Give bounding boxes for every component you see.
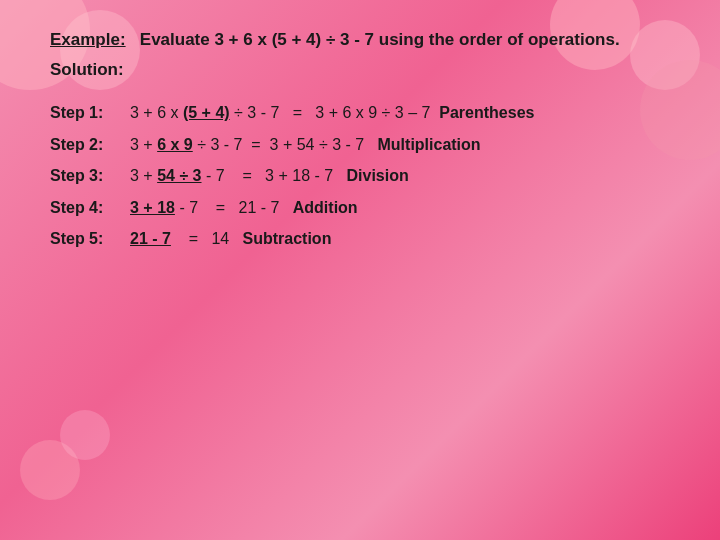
step-row-1: Step 1: 3 + 6 x (5 + 4) ÷ 3 - 7 = 3 + 6 … (50, 100, 690, 126)
step-4-content: 3 + 18 - 7 = 21 - 7 Addition (130, 195, 358, 221)
main-content: Example: Evaluate 3 + 6 x (5 + 4) ÷ 3 - … (50, 30, 690, 510)
step-5-highlight: 21 - 7 (130, 230, 171, 247)
step-row-4: Step 4: 3 + 18 - 7 = 21 - 7 Addition (50, 195, 690, 221)
solution-line: Solution: (50, 60, 690, 80)
step-row-2: Step 2: 3 + 6 x 9 ÷ 3 - 7 = 3 + 54 ÷ 3 -… (50, 132, 690, 158)
step-1-keyword: Parentheses (439, 104, 534, 121)
step-2-highlight: 6 x 9 (157, 136, 193, 153)
step-3-keyword: Division (346, 167, 408, 184)
step-3-label: Step 3: (50, 163, 130, 189)
step-1-content: 3 + 6 x (5 + 4) ÷ 3 - 7 = 3 + 6 x 9 ÷ 3 … (130, 100, 534, 126)
step-3-highlight: 54 ÷ 3 (157, 167, 201, 184)
step-2-keyword: Multiplication (378, 136, 481, 153)
step-4-keyword: Addition (293, 199, 358, 216)
example-body: Evaluate 3 + 6 x (5 + 4) ÷ 3 - 7 using t… (140, 30, 620, 49)
step-1-highlight: (5 + 4) (183, 104, 230, 121)
step-4-highlight: 3 + 18 (130, 199, 175, 216)
background: Example: Evaluate 3 + 6 x (5 + 4) ÷ 3 - … (0, 0, 720, 540)
step-5-content: 21 - 7 = 14 Subtraction (130, 226, 331, 252)
example-text (130, 30, 135, 49)
step-row-3: Step 3: 3 + 54 ÷ 3 - 7 = 3 + 18 - 7 Divi… (50, 163, 690, 189)
step-1-label: Step 1: (50, 100, 130, 126)
step-5-keyword: Subtraction (243, 230, 332, 247)
step-3-content: 3 + 54 ÷ 3 - 7 = 3 + 18 - 7 Division (130, 163, 409, 189)
step-2-content: 3 + 6 x 9 ÷ 3 - 7 = 3 + 54 ÷ 3 - 7 Multi… (130, 132, 481, 158)
example-line: Example: Evaluate 3 + 6 x (5 + 4) ÷ 3 - … (50, 30, 690, 50)
step-row-5: Step 5: 21 - 7 = 14 Subtraction (50, 226, 690, 252)
example-label: Example: (50, 30, 126, 49)
steps-container: Step 1: 3 + 6 x (5 + 4) ÷ 3 - 7 = 3 + 6 … (50, 100, 690, 252)
step-5-label: Step 5: (50, 226, 130, 252)
step-4-label: Step 4: (50, 195, 130, 221)
step-2-label: Step 2: (50, 132, 130, 158)
solution-label: Solution: (50, 60, 124, 79)
